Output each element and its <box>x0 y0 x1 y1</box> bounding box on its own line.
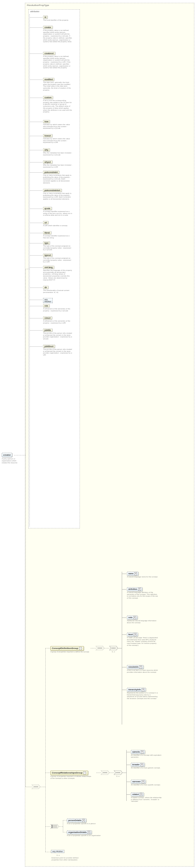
attribute-desc: A URI which identifies a concept. <box>43 225 73 227</box>
connector <box>40 787 45 787</box>
element-hierarchyInfo[interactable]: hierarchyInfo+ <box>127 688 146 692</box>
element-sameAs[interactable]: sameAs+ <box>131 750 145 754</box>
element-label: organisationDetails <box>68 831 87 833</box>
attribute-name[interactable]: id <box>43 16 48 19</box>
attribute-name[interactable]: role <box>43 304 50 307</box>
connector <box>122 574 126 574</box>
expand-icon[interactable]: + <box>138 588 141 591</box>
element-desc: Additional natural language information … <box>127 620 158 623</box>
element-related[interactable]: related+ <box>131 793 144 797</box>
element-label: definition <box>128 588 137 590</box>
element-desc: An identifier of a more generic concept. <box>131 767 162 769</box>
attribute-name[interactable]: how <box>43 120 50 123</box>
element-label: remoteInfo <box>128 666 139 668</box>
concept-relationships-group[interactable]: ConceptRelationshipsGroup− <box>50 771 88 775</box>
attribute-name[interactable]: type <box>43 241 50 245</box>
attribute-name[interactable]: qcode <box>43 207 52 210</box>
attribute-name[interactable]: dir <box>43 286 49 289</box>
occurrence: 0..∞ <box>116 775 119 777</box>
attribute-desc: Why the metadata has been included - exp… <box>43 164 73 168</box>
attribute-name[interactable]: creatoruri <box>43 52 55 55</box>
connector <box>104 648 109 648</box>
connector <box>29 14 30 526</box>
group-label: ConceptDefinitionGroup <box>52 647 78 650</box>
attribute-name[interactable]: xml:lang <box>43 266 54 269</box>
connector <box>122 667 126 668</box>
connector <box>29 27 43 28</box>
element-desc: An identifier of a concept with equivale… <box>131 754 162 758</box>
element-desc: A natural language name for the concept. <box>127 576 158 578</box>
attribute-name[interactable]: custom <box>43 96 53 99</box>
connector <box>45 648 46 852</box>
attribute-role: roleA refinement of the semantics of the… <box>43 304 73 312</box>
expand-icon[interactable]: + <box>142 780 144 783</box>
element-narrower[interactable]: narrower+ <box>131 780 146 784</box>
attribute-creator: creatorIf the property value is not defi… <box>43 26 73 43</box>
attribute-desc: One or many constraints that apply to pu… <box>43 192 73 200</box>
svg-rect-29 <box>52 825 52 828</box>
expand-icon[interactable]: + <box>134 572 137 575</box>
expand-icon[interactable]: + <box>140 763 143 766</box>
element-label: hierarchyInfo <box>128 688 141 690</box>
expand-icon[interactable]: + <box>133 616 136 619</box>
attribute-name[interactable]: whyuri <box>43 160 52 163</box>
collapse-icon[interactable]: − <box>79 647 82 650</box>
expand-icon[interactable]: + <box>141 750 144 753</box>
root-element-desc: A party (person or organisation) which c… <box>2 458 22 464</box>
connector <box>29 346 43 347</box>
element-desc: A related concept, where the relationshi… <box>131 797 162 802</box>
collapse-icon[interactable]: − <box>83 772 86 774</box>
attribute-name[interactable]: any ##other <box>43 298 53 303</box>
connector <box>122 690 126 690</box>
expand-icon[interactable]: + <box>140 793 142 796</box>
attribute-name[interactable]: why <box>43 148 50 151</box>
element-desc: In NAR 1.8 and later 'facet' is deprecat… <box>127 637 158 646</box>
attribute-how: howIndicates by which means the value wa… <box>43 120 73 129</box>
attribute-xmllang: xml:langSpecifies the language of this p… <box>43 266 73 281</box>
attribute-name[interactable]: literal <box>43 231 51 234</box>
element-remoteInfo[interactable]: remoteInfo+ <box>127 665 144 669</box>
concept-definition-group[interactable]: ConceptDefinitionGroup− <box>50 646 84 651</box>
attribute-whyuri: whyuriWhy the metadata has been included… <box>43 160 73 168</box>
attribute-desc: Why the metadata has been included - exp… <box>43 152 73 156</box>
attribute-desc: Specifies the language of this property … <box>43 270 73 281</box>
attribute-roleuri: roleuriA refinement of the semantics of … <box>43 316 73 324</box>
attribute-name[interactable]: uri <box>43 221 49 224</box>
expand-icon[interactable]: + <box>87 831 90 834</box>
connector <box>29 80 43 80</box>
element-broader[interactable]: broader+ <box>131 763 145 767</box>
element-desc: A set of properties specific to an organ… <box>67 835 101 837</box>
attribute-name[interactable]: modified <box>43 78 54 81</box>
sequence-compositor <box>96 646 104 650</box>
expand-icon[interactable]: + <box>142 688 144 691</box>
connector <box>122 634 126 635</box>
attribute-name[interactable]: pubconstrainturi <box>43 189 62 192</box>
attribute-name[interactable]: roleuri <box>43 316 52 319</box>
expand-icon[interactable]: + <box>82 819 85 822</box>
root-element[interactable]: creator <box>2 453 12 457</box>
connector <box>29 268 43 268</box>
element-desc: Extension point for provider-defined pro… <box>52 857 86 861</box>
expand-icon[interactable]: + <box>139 665 142 669</box>
expand-icon[interactable]: + <box>134 633 137 636</box>
connector <box>45 852 51 852</box>
connector <box>63 832 67 832</box>
connector <box>122 773 126 773</box>
attribute-name[interactable]: pubconstraint <box>43 170 59 174</box>
group-label: ConceptRelationshipsGroup <box>52 772 82 774</box>
element-note[interactable]: note+ <box>127 616 138 620</box>
attribute-why: whyWhy the metadata has been included - … <box>43 148 73 156</box>
any-other-element[interactable]: any ##other <box>51 850 64 853</box>
attribute-name[interactable]: howuri <box>43 134 52 137</box>
element-facet[interactable]: facet+ <box>127 632 138 637</box>
attribute-name[interactable]: jobtitleuri <box>43 345 55 348</box>
person-details-element[interactable]: personDetails+ <box>67 818 86 823</box>
attribute-name[interactable]: creator <box>43 26 53 29</box>
attribute-name[interactable]: typeuri <box>43 254 52 257</box>
element-name[interactable]: name+ <box>127 572 139 576</box>
attribute-name[interactable]: jobtitle <box>43 329 52 332</box>
organisation-details-element[interactable]: organisationDetails+ <box>67 830 92 834</box>
connector <box>29 306 43 306</box>
group-desc: A group of properties required to define… <box>50 651 90 653</box>
element-definition[interactable]: definition+ <box>127 587 142 591</box>
